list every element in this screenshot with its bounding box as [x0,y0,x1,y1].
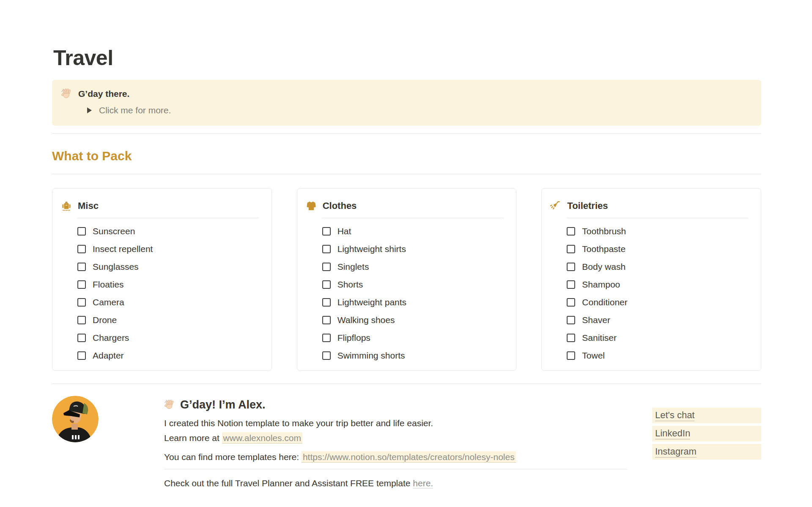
social-link[interactable]: Instagram [652,444,761,460]
divider [52,384,761,384]
todo-item[interactable]: Lightweight pants [322,298,504,307]
footer-text-column: G’day! I’m Alex. I created this Notion t… [164,396,627,488]
checkbox-unchecked-icon[interactable] [322,245,331,253]
todo-item[interactable]: Walking shoes [322,315,504,325]
todo-item[interactable]: Shampoo [567,280,748,289]
checkbox-unchecked-icon[interactable] [322,316,331,324]
todo-item[interactable]: Sunglasses [77,262,259,271]
divider [52,133,761,134]
todo-label: Conditioner [582,297,627,307]
checkbox-unchecked-icon[interactable] [77,316,86,324]
todo-item[interactable]: Sanitiser [567,333,748,343]
checkbox-unchecked-icon[interactable] [77,280,86,289]
checkbox-unchecked-icon[interactable] [77,298,86,307]
todo-label: Sunglasses [93,262,139,272]
toggle-block[interactable]: Click me for more. [87,105,751,115]
avatar [52,396,99,442]
footer-line-4: Check out the full Travel Planner and As… [164,478,627,488]
todo-label: Floaties [93,280,124,290]
todo-item[interactable]: Chargers [77,333,259,343]
todo-item[interactable]: Lightweight shirts [322,244,504,254]
todo-label: Toothbrush [582,226,626,236]
checkbox-unchecked-icon[interactable] [77,245,86,253]
pack-card-toiletries: Toiletries Toothbrush Toothpaste Body wa… [541,188,761,371]
todo-label: Camera [93,297,124,307]
todo-item[interactable]: Camera [77,298,259,307]
checkbox-unchecked-icon[interactable] [567,263,575,271]
wave-hand-icon [164,399,176,411]
toggle-arrow-icon[interactable] [87,107,92,113]
todo-item[interactable]: Toothbrush [567,227,748,236]
checkbox-unchecked-icon[interactable] [322,298,331,307]
page-title: Travel [53,45,761,71]
shower-icon [549,200,562,212]
todo-label: Chargers [93,333,129,343]
todo-label: Shorts [337,280,363,290]
todo-item[interactable]: Adapter [77,351,259,360]
todo-item[interactable]: Insect repellent [77,244,259,254]
checkbox-unchecked-icon[interactable] [77,351,86,360]
footer-section: G’day! I’m Alex. I created this Notion t… [52,396,761,488]
checkbox-unchecked-icon[interactable] [567,351,575,360]
todo-item[interactable]: Toothpaste [567,244,748,254]
toggle-label[interactable]: Click me for more. [99,105,171,115]
checkbox-unchecked-icon[interactable] [77,263,86,271]
checkbox-unchecked-icon[interactable] [567,245,575,253]
card-divider [322,218,504,218]
social-link[interactable]: LinkedIn [652,426,761,441]
divider [164,469,627,469]
footer-greeting: G’day! I’m Alex. [180,398,266,411]
todo-item[interactable]: Shorts [322,280,504,289]
todo-item[interactable]: Floaties [77,280,259,289]
avatar-column [52,396,164,442]
checkbox-unchecked-icon[interactable] [567,227,575,236]
todo-label: Singlets [337,262,369,272]
todo-label: Swimming shorts [337,351,405,361]
checkbox-unchecked-icon[interactable] [567,280,575,289]
checkbox-unchecked-icon[interactable] [567,298,575,307]
todo-label: Sanitiser [582,333,617,343]
social-links-column: Let's chat LinkedIn Instagram [652,408,761,462]
todo-item[interactable]: Hat [322,227,504,236]
callout-title: G’day there. [78,89,129,99]
todo-item[interactable]: Body wash [567,262,748,271]
todo-item[interactable]: Towel [567,351,748,360]
checkbox-unchecked-icon[interactable] [322,280,331,289]
shirt-icon [305,200,318,212]
checkbox-unchecked-icon[interactable] [322,334,331,342]
checkbox-unchecked-icon[interactable] [567,334,575,342]
templates-link[interactable]: https://www.notion.so/templates/creators… [302,451,516,463]
footer-line-1: I created this Notion template to make y… [164,418,627,428]
website-link[interactable]: www.alexnoles.com [222,432,302,444]
checkbox-unchecked-icon[interactable] [567,316,575,324]
section-heading: What to Pack [52,149,761,163]
checkbox-unchecked-icon[interactable] [322,351,331,360]
pack-card-misc: Misc Sunscreen Insect repellent Sunglass… [52,188,272,371]
todo-item[interactable]: Swimming shorts [322,351,504,360]
todo-item[interactable]: Flipflops [322,333,504,343]
todo-item[interactable]: Sunscreen [77,227,259,236]
checkbox-unchecked-icon[interactable] [322,263,331,271]
social-link[interactable]: Let's chat [652,408,761,423]
checkbox-unchecked-icon[interactable] [322,227,331,236]
checkbox-unchecked-icon[interactable] [77,227,86,236]
card-divider [567,218,748,218]
todo-label: Lightweight shirts [337,244,406,254]
footer-line-3-text: You can find more templates here: [164,452,302,462]
todo-item[interactable]: Shaver [567,315,748,325]
todo-label: Insect repellent [93,244,153,254]
todo-label: Hat [337,226,351,236]
footer-line-2: Learn more at www.alexnoles.com [164,433,627,443]
todo-label: Drone [93,315,117,325]
todo-item[interactable]: Singlets [322,262,504,271]
todo-item[interactable]: Conditioner [567,298,748,307]
pack-card-clothes: Clothes Hat Lightweight shirts Singlets … [297,188,517,371]
card-divider [77,218,259,218]
divider [52,174,761,174]
todo-item[interactable]: Drone [77,315,259,325]
pack-cards-row: Misc Sunscreen Insect repellent Sunglass… [52,188,761,371]
luggage-icon [60,200,73,212]
todo-label: Sunscreen [93,226,135,236]
here-link[interactable]: here. [413,478,433,488]
checkbox-unchecked-icon[interactable] [77,334,86,342]
